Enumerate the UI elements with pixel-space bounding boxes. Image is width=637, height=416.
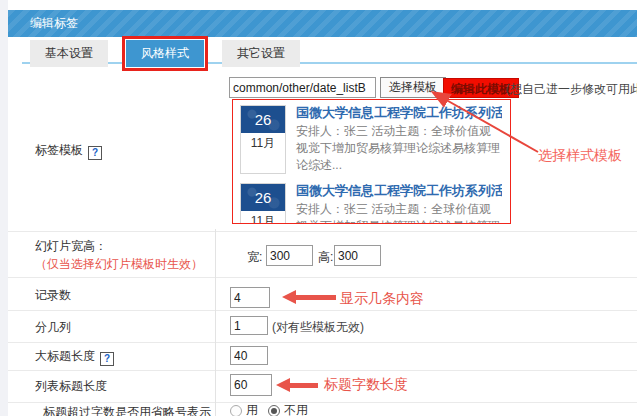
slide-height-label: 高: — [318, 249, 333, 266]
slide-width-label: 宽: — [247, 249, 262, 266]
help-icon[interactable]: ? — [88, 146, 102, 160]
row-separator — [8, 402, 637, 403]
list-title-label: 列表标题长度 — [35, 378, 107, 395]
column-divider — [215, 229, 216, 416]
big-title-length-input[interactable] — [230, 346, 268, 365]
tab-basic-settings[interactable]: 基本设置 — [30, 40, 108, 67]
row-separator — [8, 231, 637, 232]
active-tab-annotation-box: 风格样式 — [122, 36, 208, 71]
date-badge: 26 11月 — [240, 183, 286, 224]
ellipsis-label: 标题超过字数是否用省略号表示 — [43, 404, 211, 416]
columns-label: 分几列 — [35, 319, 71, 336]
records-arrow-icon — [282, 290, 296, 304]
date-day: 26 — [241, 184, 285, 211]
records-annotation: 显示几条内容 — [340, 290, 424, 308]
edit-label-panel: 编辑标签 基本设置 风格样式 其它设置 标签模板? 选择模板 编辑此模板 (想自… — [0, 0, 637, 416]
slide-size-note: （仅当选择幻灯片模板时生效） — [35, 256, 203, 273]
help-icon[interactable]: ? — [100, 352, 114, 366]
date-month: 11月 — [241, 211, 285, 224]
row-separator — [8, 277, 637, 278]
preview-title-link[interactable]: 国微大学信息工程学院工作坊系列活动... — [296, 183, 502, 199]
radio-no-use[interactable]: 不用 — [268, 402, 308, 416]
panel-title: 编辑标签 — [30, 16, 78, 30]
radio-use-label: 用 — [246, 402, 258, 416]
radio-no-use-label: 不用 — [284, 402, 308, 416]
date-day: 26 — [241, 106, 285, 133]
tab-style[interactable]: 风格样式 — [126, 40, 204, 67]
row-separator — [8, 370, 637, 371]
records-arrow-bar — [295, 295, 336, 300]
row-separator — [8, 342, 637, 343]
list-title-arrow-bar — [289, 383, 318, 388]
template-path-input[interactable] — [229, 77, 376, 98]
preview-item[interactable]: 26 11月 国微大学信息工程学院工作坊系列活动... 安排人：张三 活动主题：… — [240, 183, 503, 224]
row-separator — [8, 310, 637, 311]
date-badge: 26 11月 — [240, 105, 286, 174]
records-label: 记录数 — [35, 287, 71, 304]
template-pointer-label: 选择样式模板 — [538, 147, 622, 165]
big-title-label: 大标题长度? — [35, 348, 114, 366]
panel-titlebar: 编辑标签 — [8, 10, 637, 37]
date-month: 11月 — [241, 133, 285, 154]
slide-height-input[interactable] — [334, 245, 381, 266]
list-title-length-input[interactable] — [230, 374, 272, 396]
ellipsis-radio-group: 用 不用 — [230, 402, 308, 416]
slide-size-label: 幻灯片宽高： — [35, 238, 107, 255]
radio-use[interactable]: 用 — [230, 402, 258, 416]
columns-hint: (对有些模板无效) — [272, 319, 364, 336]
slide-width-input[interactable] — [266, 245, 313, 266]
tab-other-settings[interactable]: 其它设置 — [222, 40, 300, 67]
radio-no-use-dot[interactable] — [268, 405, 280, 416]
list-title-annotation: 标题字数长度 — [324, 376, 408, 394]
page-left-margin — [0, 0, 8, 416]
tab-bar: 基本设置 风格样式 其它设置 — [30, 40, 300, 67]
radio-use-dot[interactable] — [230, 405, 242, 416]
records-input[interactable] — [230, 287, 270, 308]
preview-description: 安排人：张三 活动主题：全球价值观视觉下增加贸易核算理论综述易核算理论综述... — [296, 201, 502, 224]
list-title-arrow-icon — [276, 378, 290, 392]
template-label: 标签模板? — [35, 142, 102, 160]
columns-input[interactable] — [230, 316, 268, 335]
